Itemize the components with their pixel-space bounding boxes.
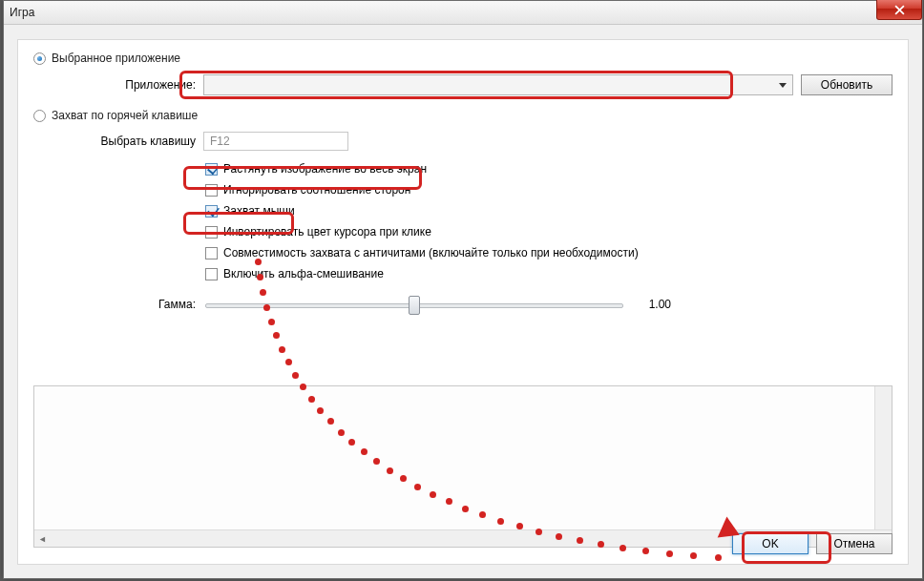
cancel-label: Отмена xyxy=(833,537,874,550)
gamma-label: Гамма: xyxy=(138,298,196,311)
dialog-buttons: OK Отмена xyxy=(732,533,892,554)
checkbox-ignore-ratio[interactable]: Игнорировать соотношение сторон xyxy=(205,183,892,197)
dialog-window: Игра Выбранное приложение Приложение: Об… xyxy=(3,0,923,579)
checkbox-anticheat[interactable]: Совместимость захвата с античитами (вклю… xyxy=(205,246,892,259)
checkbox-icon xyxy=(205,247,218,259)
hotkey-value: F12 xyxy=(210,135,230,148)
close-icon xyxy=(894,5,905,15)
checkbox-stretch[interactable]: Растянуть изображение во весь экран xyxy=(205,162,892,176)
checkbox-label: Растянуть изображение во весь экран xyxy=(223,162,427,176)
radio-icon xyxy=(33,52,46,65)
radio-icon xyxy=(33,110,46,122)
checkbox-alpha-blend[interactable]: Включить альфа-смешивание xyxy=(205,267,892,280)
titlebar[interactable]: Игра xyxy=(4,1,922,25)
window-title: Игра xyxy=(10,6,34,19)
hotkey-row: Выбрать клавишу F12 xyxy=(81,132,892,151)
hotkey-input[interactable]: F12 xyxy=(203,132,348,151)
slider-thumb[interactable] xyxy=(409,296,420,315)
gamma-slider[interactable] xyxy=(205,294,623,315)
checkbox-icon xyxy=(205,184,218,197)
log-textarea[interactable]: ◄ ► xyxy=(33,385,892,548)
vertical-scrollbar[interactable] xyxy=(874,386,892,530)
checkbox-label: Игнорировать соотношение сторон xyxy=(223,183,410,197)
gamma-row: Гамма: 1.00 xyxy=(138,294,892,315)
application-dropdown[interactable] xyxy=(203,74,793,95)
gamma-value: 1.00 xyxy=(633,298,675,311)
checkbox-capture-mouse[interactable]: Захват мыши xyxy=(205,204,892,218)
checkbox-icon xyxy=(205,205,218,218)
checkbox-label: Включить альфа-смешивание xyxy=(223,267,384,280)
client-area: Выбранное приложение Приложение: Обновит… xyxy=(17,39,909,565)
refresh-label: Обновить xyxy=(821,78,872,92)
checkbox-label: Инвертировать цвет курсора при клике xyxy=(223,225,431,239)
checkbox-icon xyxy=(205,226,218,239)
checkbox-invert-cursor[interactable]: Инвертировать цвет курсора при клике xyxy=(205,225,892,239)
hotkey-label: Выбрать клавишу xyxy=(81,135,196,148)
ok-button[interactable]: OK xyxy=(732,533,808,554)
radio-label: Захват по горячей клавише xyxy=(52,109,198,122)
checkbox-label: Захват мыши xyxy=(223,204,295,218)
application-row: Приложение: Обновить xyxy=(102,74,892,95)
radio-label: Выбранное приложение xyxy=(52,52,180,65)
ok-label: OK xyxy=(762,537,778,550)
refresh-button[interactable]: Обновить xyxy=(801,74,892,95)
chevron-down-icon xyxy=(775,77,790,93)
radio-selected-app[interactable]: Выбранное приложение xyxy=(33,52,892,65)
checkbox-icon xyxy=(205,268,218,280)
radio-hotkey-capture[interactable]: Захват по горячей клавише xyxy=(33,109,892,122)
checkbox-label: Совместимость захвата с античитами (вклю… xyxy=(223,246,639,259)
checkbox-icon xyxy=(205,163,218,176)
close-button[interactable] xyxy=(876,0,922,20)
application-label: Приложение: xyxy=(102,78,196,92)
cancel-button[interactable]: Отмена xyxy=(816,533,892,554)
scroll-left-icon[interactable]: ◄ xyxy=(34,530,51,547)
